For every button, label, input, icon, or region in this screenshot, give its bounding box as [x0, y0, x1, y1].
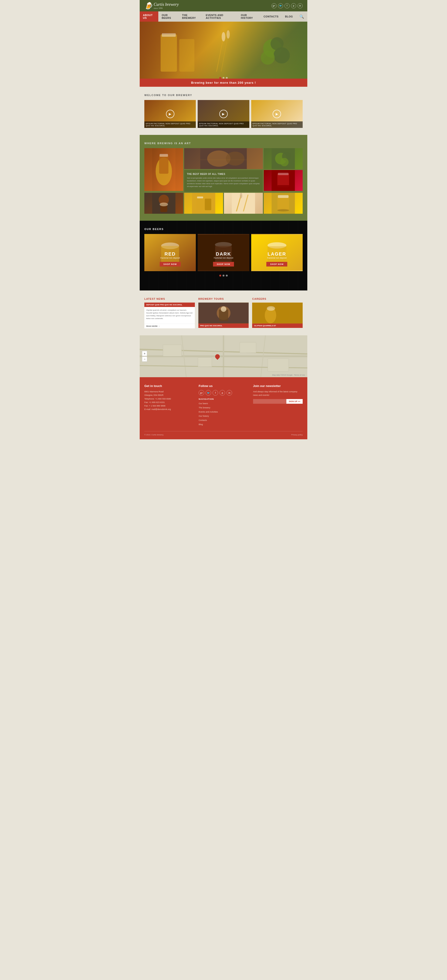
nav-blog[interactable]: BLOG: [282, 13, 296, 20]
beer-red-shop-btn[interactable]: SHOP NOW: [160, 262, 180, 267]
svg-rect-32: [197, 197, 204, 210]
play-button-2[interactable]: ▶: [219, 110, 228, 118]
beer-card-dark: DARK Factorial non deposit SHOP NOW: [198, 234, 249, 271]
footer-link-blog[interactable]: Blog: [199, 422, 248, 426]
footer-city: Glasgow, D04 89GR: [144, 394, 163, 396]
beers-dots: [144, 275, 303, 277]
footer-email: E-mail: mail@demobrink.org: [144, 408, 171, 410]
beers-dot-3[interactable]: [226, 275, 228, 277]
footer: Get in touch 8901 Marmora Road Glasgow, …: [140, 377, 307, 439]
nav-the-brewery[interactable]: THE BREWERY: [179, 11, 203, 22]
svg-point-10: [227, 30, 230, 38]
footer-newsletter-desc: And always stay informed of the latest c…: [253, 390, 303, 397]
newsletter-signup-button[interactable]: SIGN UP >>: [286, 399, 303, 404]
logo: 🍺 Curtis brewery since 1896: [144, 2, 179, 10]
latest-news-col: LATEST NEWS DEPOSIT QUID PRO QUO HIC ESC…: [144, 298, 195, 328]
svg-point-59: [279, 307, 289, 321]
svg-rect-14: [160, 154, 168, 157]
footer-link-beers[interactable]: Our beers: [199, 401, 248, 406]
map-attribution: Map data ©2016 Google · Terms of Use: [272, 374, 305, 376]
nav-events[interactable]: EVENTS AND ACTIVITIES: [203, 11, 238, 22]
news-banner-1: DEPOSIT QUID PRO QUO HIC ESCOROL: [144, 302, 195, 307]
careers-title: CAREERS: [252, 298, 303, 300]
svg-rect-41: [278, 196, 289, 210]
footer-link-events[interactable]: Events and Activities: [199, 410, 248, 414]
read-more-link[interactable]: READ MORE →: [144, 324, 195, 328]
beer-cards: RED Factorial non deposit SHOP NOW DARK …: [144, 234, 303, 271]
footer-social-gplus[interactable]: g+: [199, 390, 204, 396]
svg-point-22: [280, 158, 289, 166]
footer-social-pinterest[interactable]: p: [220, 390, 225, 396]
video-card-3[interactable]: ▶ EPSUM FACTORIAL NON DEPOSIT QUID PRO Q…: [251, 100, 303, 128]
main-nav: ABOUT US OUR BEERS THE BREWERY EVENTS AN…: [140, 11, 307, 22]
news-card-2[interactable]: PRO QUO HIC ESCOROL: [198, 302, 249, 328]
video-card-1[interactable]: ▶ EPSUM FACTORIAL NON DEPOSIT QUID PRO Q…: [144, 100, 196, 128]
social-gplus[interactable]: g+: [271, 3, 276, 8]
footer-social-facebook[interactable]: f: [212, 390, 218, 396]
newsletter-email-input[interactable]: [253, 399, 286, 404]
footer-social-twitter[interactable]: 🐦: [206, 390, 211, 396]
gallery-item-2: [184, 148, 263, 169]
svg-point-9: [222, 32, 225, 41]
gallery-grid: THE BEST BEER OF ALL TIMES Sed ut perspi…: [144, 148, 303, 214]
video-grid: ▶ EPSUM FACTORIAL NON DEPOSIT QUID PRO Q…: [144, 100, 303, 128]
footer-link-brewery[interactable]: The brewery: [199, 406, 248, 410]
social-twitter[interactable]: 🐦: [278, 3, 283, 8]
nav-our-beers[interactable]: OUR BEERS: [158, 11, 179, 22]
beers-title: OUR BEERS: [144, 228, 303, 231]
play-button-3[interactable]: ▶: [273, 110, 281, 118]
map-zoom-out[interactable]: −: [142, 356, 147, 362]
search-button[interactable]: 🔍: [296, 12, 307, 21]
nav-contacts[interactable]: CONTACTS: [260, 13, 282, 20]
social-linkedin[interactable]: in: [297, 3, 303, 8]
brand-name: Curtis brewery: [154, 2, 179, 7]
nav-our-history[interactable]: OUR HISTORY: [238, 11, 260, 22]
beers-section: OUR BEERS RED Factorial non deposit SHOP…: [140, 221, 307, 291]
gallery-item-5: [264, 170, 303, 191]
footer-copyright: © 2014. Curtis brewery.: [144, 434, 164, 436]
news-card-3[interactable]: OLYPIAN QUARRELS ET: [252, 302, 303, 328]
news-card-1[interactable]: DEPOSIT QUID PRO QUO HIC ESCOROL Olyclla…: [144, 302, 195, 328]
gallery-item-1: [144, 148, 183, 191]
social-facebook[interactable]: f: [284, 3, 290, 8]
gallery-feature-title: THE BEST BEER OF ALL TIMES: [187, 173, 260, 175]
header-social-icons: g+ 🐦 f p in: [271, 3, 303, 8]
beer-lager-shop-btn[interactable]: SHOP NOW: [267, 262, 287, 267]
beer-dark-shop-btn[interactable]: SHOP NOW: [213, 262, 234, 267]
play-button-1[interactable]: ▶: [166, 110, 174, 118]
welcome-section: WELCOME TO OUR BREWERY ▶ EPSUM FACTORIAL…: [140, 87, 307, 135]
news-body-1: Olycllal quarrels sit amet, conepibum ac…: [144, 307, 195, 322]
gallery-item-6: [144, 193, 183, 214]
nav-about-us[interactable]: ABOUT US: [140, 11, 158, 22]
svg-point-30: [160, 202, 168, 206]
map-zoom-in[interactable]: +: [142, 351, 147, 356]
footer-telephone: Telephone: +1 800 559 6580: [144, 398, 171, 400]
beer-lager-type: LAGER: [268, 251, 286, 257]
svg-rect-42: [278, 195, 289, 198]
svg-rect-26: [278, 185, 289, 188]
video-card-2[interactable]: ▶ EPSUM FACTORIAL NON DEPOSIT QUID PRO Q…: [198, 100, 249, 128]
gallery-item-8: [224, 193, 263, 214]
social-pinterest[interactable]: p: [291, 3, 296, 8]
svg-rect-70: [240, 342, 256, 353]
beer-red-subtitle: Factorial non deposit: [160, 257, 180, 259]
svg-rect-57: [252, 303, 303, 323]
footer-bottom: © 2014. Curtis brewery. Privacy policy: [144, 431, 303, 436]
footer-grid: Get in touch 8901 Marmora Road Glasgow, …: [144, 384, 303, 426]
gallery-item-3: [264, 148, 303, 169]
beers-dot-2[interactable]: [223, 275, 224, 277]
footer-fax1: Fax: +1 909 623 6331: [144, 401, 165, 404]
beers-dot-1[interactable]: [219, 275, 221, 277]
svg-rect-34: [197, 197, 203, 198]
svg-point-39: [240, 193, 243, 198]
footer-privacy-link[interactable]: Privacy policy: [291, 434, 303, 436]
footer-social-linkedin[interactable]: in: [227, 390, 232, 396]
footer-link-contacts[interactable]: Contacts: [199, 418, 248, 422]
svg-rect-33: [205, 199, 211, 210]
footer-address: 8901 Marmora Road Glasgow, D04 89GR Tele…: [144, 390, 194, 411]
gallery-title: WHERE BREWING IS AN ART: [144, 142, 303, 145]
video-caption-2: EPSUM FACTORIAL NON DEPOSIT QUID PRO QUO…: [198, 121, 249, 128]
svg-rect-0: [161, 34, 177, 72]
footer-link-history[interactable]: Our history: [199, 414, 248, 418]
video-caption-1: EPSUM FACTORIAL NON DEPOSIT QUID PRO QUO…: [144, 121, 196, 128]
